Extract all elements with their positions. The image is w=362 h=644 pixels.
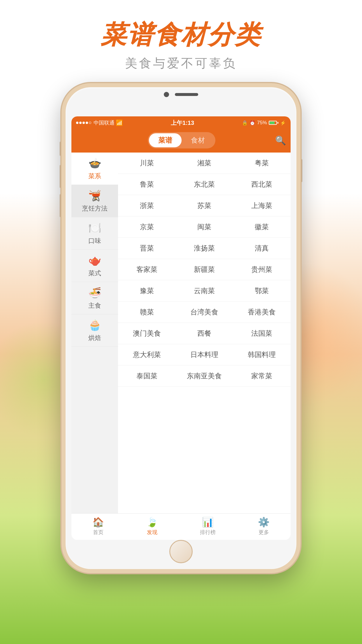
category-item[interactable]: 韩国料理 [233, 344, 291, 365]
phone-screen: 中国联通 📶 上午1:13 🔒 ⏰ 75% ⚡ [71, 116, 291, 540]
tab-ranking[interactable]: 📊 排行榜 [200, 517, 216, 536]
category-grid: 川菜湘菜粤菜鲁菜东北菜西北菜浙菜苏菜上海菜京菜闽菜徽菜晋菜淮扬菜清真客家菜新疆菜… [118, 153, 291, 387]
taste-icon: 🍽️ [88, 222, 101, 234]
sidebar-item-cooking-methods[interactable]: 🫕 烹饪方法 [71, 185, 118, 217]
home-icon: 🏠 [92, 517, 104, 528]
category-item[interactable]: 法国菜 [233, 323, 291, 344]
category-item[interactable]: 客家菜 [118, 259, 175, 280]
tab-bar: 🏠 首页 🍃 发现 📊 排行榜 ⚙️ 更多 [71, 513, 291, 540]
ranking-icon: 📊 [202, 517, 214, 528]
cuisines-label: 菜系 [88, 172, 101, 181]
discover-icon: 🍃 [146, 517, 158, 528]
page-subtitle: 美食与爱不可辜负 [101, 55, 261, 71]
battery-pct: 75% [257, 120, 267, 126]
battery-icon [269, 121, 278, 125]
main-category-grid: 川菜湘菜粤菜鲁菜东北菜西北菜浙菜苏菜上海菜京菜闽菜徽菜晋菜淮扬菜清真客家菜新疆菜… [118, 153, 291, 513]
dot5 [89, 122, 91, 124]
dish-type-label: 菜式 [88, 269, 101, 278]
category-item[interactable]: 西餐 [175, 323, 233, 344]
phone-frame: 中国联通 📶 上午1:13 🔒 ⏰ 75% ⚡ [61, 83, 301, 573]
dot4 [86, 122, 88, 124]
category-item[interactable]: 意大利菜 [118, 344, 175, 365]
category-item[interactable]: 清真 [233, 238, 291, 259]
dot2 [79, 122, 82, 124]
front-camera [164, 92, 169, 97]
wifi-icon: 📶 [116, 119, 123, 126]
page-title-area: 菜谱食材分类 美食与爱不可辜负 [101, 18, 261, 71]
category-item[interactable]: 苏菜 [175, 195, 233, 216]
battery-body [269, 121, 277, 125]
content-area: 🍲 菜系 🫕 烹饪方法 🍽️ 口味 🫖 [71, 153, 291, 513]
battery-fill [270, 122, 275, 124]
staple-label: 主食 [88, 301, 101, 310]
category-item[interactable]: 云南菜 [175, 280, 233, 302]
lock-icon: 🔒 [242, 120, 248, 126]
page-title: 菜谱食材分类 [101, 18, 261, 52]
sidebar-item-staple[interactable]: 🍜 主食 [71, 282, 118, 314]
status-left: 中国联通 📶 [76, 119, 123, 126]
staple-icon: 🍜 [88, 287, 101, 299]
tab-recipes[interactable]: 菜谱 [149, 133, 182, 147]
search-icon[interactable]: 🔍 [275, 135, 286, 146]
sidebar-item-dish-type[interactable]: 🫖 菜式 [71, 250, 118, 282]
category-item[interactable]: 鲁菜 [118, 174, 175, 195]
category-item[interactable]: 泰国菜 [118, 365, 175, 387]
sidebar: 🍲 菜系 🫕 烹饪方法 🍽️ 口味 🫖 [71, 153, 118, 513]
dish-type-icon: 🫖 [88, 254, 101, 267]
category-item[interactable]: 闽菜 [175, 216, 233, 238]
phone-body: 中国联通 📶 上午1:13 🔒 ⏰ 75% ⚡ [61, 83, 301, 573]
category-item[interactable]: 赣菜 [118, 302, 175, 323]
earpiece [175, 93, 198, 96]
nav-bar: 菜谱 食材 🔍 [71, 129, 291, 153]
sidebar-item-taste[interactable]: 🍽️ 口味 [71, 217, 118, 250]
category-item[interactable]: 鄂菜 [233, 280, 291, 302]
nav-tabs: 菜谱 食材 [148, 132, 215, 148]
status-right: 🔒 ⏰ 75% ⚡ [242, 120, 286, 126]
ranking-label: 排行榜 [200, 529, 216, 536]
cooking-icon: 🫕 [88, 190, 101, 202]
category-item[interactable]: 澳门美食 [118, 323, 175, 344]
dot3 [82, 122, 85, 124]
category-item[interactable]: 浙菜 [118, 195, 175, 216]
category-item[interactable]: 香港美食 [233, 302, 291, 323]
category-item[interactable]: 上海菜 [233, 195, 291, 216]
tab-ingredients[interactable]: 食材 [182, 133, 214, 147]
category-item[interactable]: 新疆菜 [175, 259, 233, 280]
category-item[interactable]: 川菜 [118, 153, 175, 174]
category-item[interactable]: 晋菜 [118, 238, 175, 259]
signal-dots [76, 122, 91, 124]
category-item[interactable]: 淮扬菜 [175, 238, 233, 259]
category-item[interactable]: 徽菜 [233, 216, 291, 238]
baking-icon: 🧁 [88, 319, 101, 331]
category-item[interactable]: 家常菜 [233, 365, 291, 387]
category-item[interactable]: 豫菜 [118, 280, 175, 302]
category-item[interactable]: 贵州菜 [233, 259, 291, 280]
cooking-label: 烹饪方法 [82, 204, 108, 213]
more-label: 更多 [259, 529, 269, 536]
alarm-icon: ⏰ [249, 120, 255, 126]
category-item[interactable]: 粤菜 [233, 153, 291, 174]
sidebar-item-cuisines[interactable]: 🍲 菜系 [71, 153, 118, 185]
home-button[interactable] [169, 540, 193, 563]
sidebar-item-baking[interactable]: 🧁 烘焙 [71, 314, 118, 347]
home-label: 首页 [93, 529, 103, 536]
tab-discover[interactable]: 🍃 发现 [146, 517, 158, 536]
tab-more[interactable]: ⚙️ 更多 [258, 517, 270, 536]
category-item[interactable]: 京菜 [118, 216, 175, 238]
category-item[interactable]: 东南亚美食 [175, 365, 233, 387]
carrier-name: 中国联通 [94, 119, 115, 126]
tab-home[interactable]: 🏠 首页 [92, 517, 104, 536]
charging-icon: ⚡ [280, 120, 286, 126]
category-item[interactable]: 西北菜 [233, 174, 291, 195]
phone-notch [164, 92, 198, 97]
cuisines-icon: 🍲 [88, 157, 101, 169]
taste-label: 口味 [88, 237, 101, 245]
category-item[interactable]: 湘菜 [175, 153, 233, 174]
status-bar: 中国联通 📶 上午1:13 🔒 ⏰ 75% ⚡ [71, 116, 291, 129]
category-item[interactable]: 东北菜 [175, 174, 233, 195]
battery-tip [277, 122, 278, 124]
category-item[interactable]: 台湾美食 [175, 302, 233, 323]
discover-label: 发现 [147, 529, 157, 536]
category-item[interactable]: 日本料理 [175, 344, 233, 365]
power-button [301, 159, 302, 182]
